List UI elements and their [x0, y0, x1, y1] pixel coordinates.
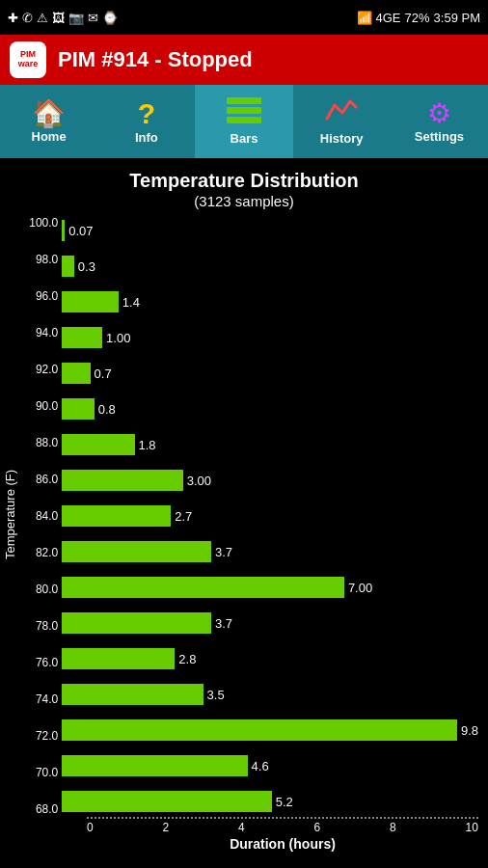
title-bar: PIMware PIM #914 - Stopped [0, 35, 488, 85]
bar-row: 9.8 [62, 717, 478, 744]
chart-subtitle: (3123 samples) [0, 193, 488, 209]
bar-row: 0.8 [62, 395, 478, 422]
bar [62, 791, 271, 812]
nav-bar: 🏠 Home ? Info Bars History ⚙ Settings [0, 85, 488, 158]
y-tick: 82.0 [36, 547, 58, 558]
y-tick: 86.0 [36, 474, 58, 485]
bar-value-label: 9.8 [461, 723, 478, 738]
mail-icon: ✉ [88, 11, 98, 25]
x-axis-label: Duration (hours) [87, 836, 478, 852]
app-title: PIM #914 - Stopped [58, 47, 253, 72]
bar [62, 363, 90, 384]
y-tick: 80.0 [36, 583, 58, 595]
nav-bars[interactable]: Bars [195, 85, 292, 158]
y-axis-ticks: 100.098.096.094.092.090.088.086.084.082.… [21, 215, 62, 817]
bar [62, 755, 247, 776]
nav-bars-label: Bars [230, 131, 258, 146]
bar [62, 291, 119, 312]
svg-rect-1 [227, 107, 261, 114]
y-tick: 74.0 [36, 693, 58, 705]
bar-row: 7.00 [62, 574, 478, 601]
chart-container: Temperature (F) 100.098.096.094.092.090.… [0, 215, 488, 852]
y-tick: 100.0 [29, 217, 58, 229]
bar-row: 5.2 [62, 788, 478, 815]
svg-rect-0 [227, 97, 261, 104]
phone-icon: ✆ [22, 11, 33, 25]
bar-row: 4.6 [62, 752, 478, 779]
svg-rect-2 [227, 117, 261, 123]
y-tick: 84.0 [36, 510, 58, 522]
bar [62, 470, 182, 491]
bar-value-label: 3.00 [187, 474, 211, 488]
bar-value-label: 4.6 [252, 759, 269, 773]
bar-row: 0.3 [62, 253, 478, 280]
info-icon: ? [138, 99, 155, 128]
bar-row: 3.5 [62, 681, 478, 708]
bar [62, 541, 211, 562]
bar-value-label: 0.3 [78, 259, 95, 274]
bar-value-label: 7.00 [348, 581, 372, 595]
bar-row: 0.07 [62, 217, 478, 244]
bar-value-label: 0.8 [98, 402, 116, 417]
bar-value-label: 0.07 [68, 224, 93, 238]
y-tick: 94.0 [36, 327, 58, 339]
bar-row: 3.7 [62, 610, 478, 637]
y-tick: 72.0 [36, 730, 58, 742]
bar-value-label: 2.7 [175, 509, 192, 524]
home-icon: 🏠 [32, 100, 66, 127]
bar [62, 220, 65, 241]
wifi-icon: 📶 [357, 11, 372, 25]
settings-icon: ⚙ [427, 100, 451, 127]
y-tick: 92.0 [36, 364, 58, 375]
nav-settings[interactable]: ⚙ Settings [391, 85, 488, 158]
bar-row: 3.7 [62, 538, 478, 565]
x-tick: 0 [87, 821, 94, 834]
current-time: 3:59 PM [434, 11, 480, 25]
nav-history[interactable]: History [293, 85, 391, 158]
bar-value-label: 1.4 [122, 295, 140, 310]
status-right-info: 📶 4GE 72% 3:59 PM [357, 11, 480, 25]
warning-icon: ⚠ [37, 11, 48, 25]
bar-value-label: 1.00 [106, 331, 130, 345]
y-tick: 90.0 [36, 400, 58, 412]
bar [62, 577, 344, 598]
y-tick: 68.0 [36, 803, 58, 815]
bar [62, 398, 94, 420]
x-axis-area: 0246810 Duration (hours) [21, 817, 488, 852]
nav-settings-label: Settings [415, 129, 464, 144]
app-logo: PIMware [10, 41, 46, 78]
history-icon [325, 97, 358, 129]
nav-home[interactable]: 🏠 Home [0, 85, 97, 158]
bar [62, 434, 134, 455]
chart-title: Temperature Distribution [0, 168, 488, 193]
bar-value-label: 1.8 [139, 438, 156, 452]
status-left-icons: ✚ ✆ ⚠ 🖼 📷 ✉ ⌚ [8, 11, 118, 25]
x-ticks-row: 0246810 [87, 819, 478, 834]
bar [62, 648, 175, 669]
bars-area: 0.070.31.41.000.70.81.83.002.73.77.003.7… [62, 215, 488, 817]
bar [62, 684, 203, 705]
watch-icon: ⌚ [102, 11, 118, 25]
bar [62, 612, 211, 634]
bar-value-label: 0.7 [95, 366, 112, 381]
x-tick: 4 [238, 821, 245, 834]
image-icon: 🖼 [52, 11, 65, 25]
nav-history-label: History [320, 131, 364, 146]
x-tick: 8 [390, 821, 396, 834]
nav-info[interactable]: ? Info [97, 85, 195, 158]
network-type: 4GE [376, 11, 401, 25]
bar-value-label: 2.8 [178, 652, 196, 666]
battery-level: 72% [405, 11, 430, 25]
chart-inner: 100.098.096.094.092.090.088.086.084.082.… [21, 215, 488, 852]
bar-row: 0.7 [62, 360, 478, 387]
chart-area: Temperature Distribution (3123 samples) … [0, 158, 488, 852]
bar-row: 2.8 [62, 645, 478, 672]
camera-icon: 📷 [68, 11, 84, 25]
y-tick: 76.0 [36, 657, 58, 668]
status-bar: ✚ ✆ ⚠ 🖼 📷 ✉ ⌚ 📶 4GE 72% 3:59 PM [0, 0, 488, 35]
bars-and-yaxis: 100.098.096.094.092.090.088.086.084.082.… [21, 215, 488, 817]
bar-row: 1.00 [62, 324, 478, 351]
y-tick: 78.0 [36, 620, 58, 632]
bars-icon [227, 97, 261, 129]
x-tick: 6 [314, 821, 321, 834]
